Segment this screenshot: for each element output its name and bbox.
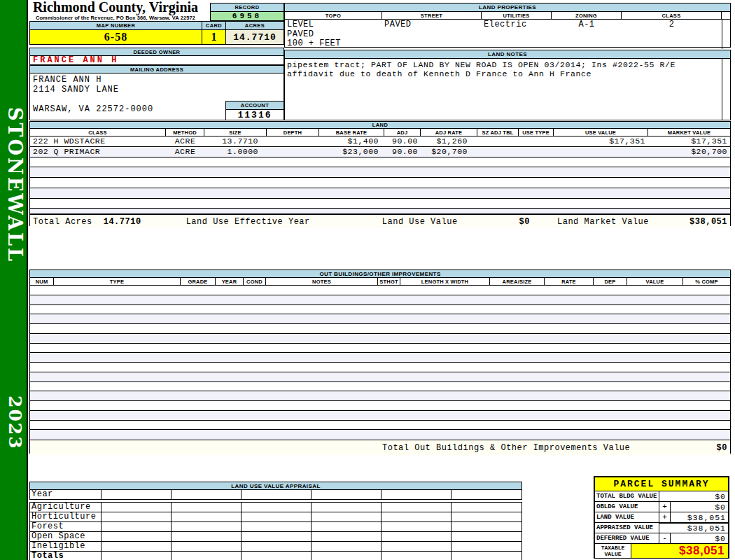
appraisal-cell [172, 532, 241, 541]
outbuildings-empty-row [30, 334, 730, 344]
appraisal-row: Open Space [30, 532, 522, 542]
summary-row-label: OBLDG VALUE [595, 502, 659, 512]
outbuildings-column-header: TYPE [54, 278, 181, 285]
summary-row-value: $38,051 [671, 513, 728, 522]
land-use-effective-year-label: Land Use Effective Year [186, 217, 310, 227]
outbuildings-column-header: % COMP [683, 278, 730, 285]
sidebar-frame [0, 0, 28, 560]
appraisal-cell [241, 503, 312, 512]
appraisal-cell [241, 512, 312, 522]
outbuildings-empty-row [30, 363, 730, 372]
summary-row-right: + $38,051 [659, 512, 728, 522]
topo-values: LEVEL PAVED 100 + FEET [285, 20, 382, 49]
deeded-owner-box: DEEDED OWNER FRANCE ANN H [29, 48, 284, 65]
taxable-label-line: VALUE [604, 551, 621, 557]
appraisal-cell [241, 552, 312, 560]
land-notes-title: LAND NOTES [285, 50, 730, 59]
summary-row-label: APPRAISED VALUE [595, 523, 659, 533]
appraisal-cell [241, 490, 312, 499]
land-cell-base-rate: $23,000 [319, 147, 384, 156]
card-label: CARD [202, 22, 225, 30]
appraisal-cell [172, 503, 241, 512]
account-label: ACCOUNT [226, 102, 284, 110]
outbuildings-empty-row [30, 305, 730, 315]
outbuildings-empty-row [30, 372, 730, 382]
appraisal-cell [312, 522, 382, 531]
land-use-appraisal-section: LAND USE VALUE APPRAISAL Year Agricultur… [29, 482, 522, 560]
appraisal-cell [451, 490, 522, 499]
county-title: Richmond County, Virginia [29, 0, 202, 15]
land-empty-row [30, 158, 730, 168]
summary-row-right: $0 [659, 491, 728, 501]
appraisal-cell [312, 542, 382, 551]
outbuildings-column-header: NUM [30, 278, 54, 285]
taxable-label-line: TAXABLE [601, 545, 625, 551]
total-acres-label: Total Acres [33, 217, 92, 227]
outbuildings-column-header: LENGTH X WIDTH [400, 278, 490, 285]
land-market-value-label: Land Market Value [557, 217, 649, 227]
outbuildings-header-row: NUM TYPE GRADE YEAR COND NOTES STHGT LEN… [30, 278, 730, 286]
mailing-address-label: MAILING ADDRESS [30, 66, 284, 74]
outbuildings-empty-rows [30, 286, 730, 440]
appraisal-row: Year [29, 490, 522, 500]
land-notes-text: pipestem tract; PART OF LAND BY NEW ROAD… [285, 59, 722, 120]
outbuildings-column-header: STHGT [378, 278, 400, 285]
account-value: 11316 [226, 110, 284, 120]
summary-row-value: $0 [659, 492, 728, 501]
taxable-label: TAXABLE VALUE [595, 544, 631, 558]
land-use-appraisal-title: LAND USE VALUE APPRAISAL [29, 482, 522, 490]
land-cell-class: 202 Q PRIMACR [30, 147, 166, 156]
land-cell-size: 13.7710 [204, 136, 267, 146]
summary-row-value: $0 [671, 534, 728, 543]
land-use-value-label: Land Use Value [382, 217, 458, 227]
outbuildings-section: OUT BUILDINGS/OTHER IMPROVEMENTS NUM TYP… [29, 270, 731, 454]
appraisal-cell [241, 542, 312, 551]
record-label: RECORD [211, 4, 284, 12]
land-column-header: BASE RATE [319, 129, 384, 136]
land-cell-use-value: $17,351 [554, 136, 648, 146]
record-value: 6958 [211, 12, 284, 20]
land-cell-market-value: $17,351 [648, 136, 730, 146]
class-value: 2 [622, 20, 722, 49]
appraisal-row-label: Totals [30, 552, 102, 560]
land-empty-row [30, 188, 730, 199]
appraisal-cell [451, 532, 522, 541]
summary-row: OBLDG VALUE + $0 [595, 502, 728, 512]
land-cell-adj-rate: $20,700 [421, 147, 477, 156]
land-cell-size: 1.0000 [204, 147, 267, 156]
appraisal-cell [382, 532, 451, 541]
land-column-header: SIZE [204, 129, 267, 136]
appraisal-cell [172, 552, 241, 560]
summary-row-label: LAND VALUE [595, 512, 659, 522]
appraisal-row-label: Year [30, 490, 102, 499]
parcel-summary: PARCEL SUMMARY TOTAL BLDG VALUE $0 OBLDG… [594, 476, 729, 559]
card-cell: CARD 1 [202, 21, 225, 45]
topo-value-line: 100 + FEET [287, 39, 382, 49]
land-column-header: USE TYPE [519, 129, 554, 136]
summary-row: TOTAL BLDG VALUE $0 [595, 491, 728, 502]
outbuildings-column-header: GRADE [181, 278, 216, 285]
outbuildings-empty-row [30, 411, 730, 421]
summary-row-label: DEFERRED VALUE [595, 533, 659, 543]
land-column-header: DEPTH [267, 129, 319, 136]
topo-value-line: LEVEL [287, 20, 382, 30]
appraisal-row: Horticulture [30, 512, 522, 522]
mailing-address-line: FRANCE ANN H [30, 75, 284, 85]
appraisal-cell [102, 522, 172, 531]
appraisal-row: Ineligible [30, 542, 522, 552]
appraisal-cell [382, 490, 451, 499]
parcel-summary-title: PARCEL SUMMARY [595, 477, 728, 491]
outbuildings-empty-row [30, 286, 730, 295]
appraisal-row-label: Forest [30, 522, 102, 531]
land-column-header: METHOD [166, 129, 204, 136]
outbuildings-column-header: COND [244, 278, 266, 285]
land-column-header: ADJ [384, 129, 421, 136]
appraisal-row-label: Horticulture [30, 512, 102, 522]
column-header-topo: TOPO [285, 12, 382, 19]
outbuildings-total-value: $0 [717, 443, 727, 453]
appraisal-cell [172, 542, 241, 551]
county-subtitle: Commissioner of the Revenue, PO Box 366,… [29, 15, 202, 21]
column-header-street: STREET [382, 12, 482, 19]
gutter-cell [722, 59, 730, 120]
outbuildings-empty-row [30, 314, 730, 324]
